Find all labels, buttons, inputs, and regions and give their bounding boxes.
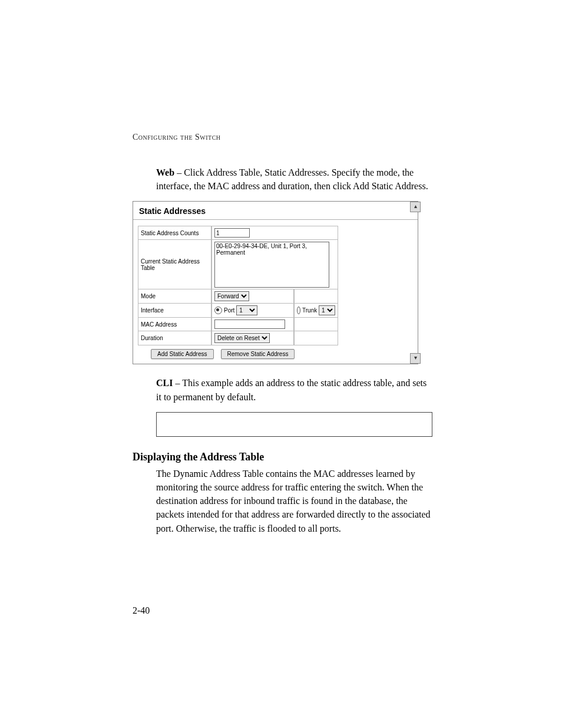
duration-cell: Delete on Reset bbox=[211, 331, 294, 345]
scroll-up-icon[interactable]: ▴ bbox=[410, 202, 421, 212]
mode-cell: Forward bbox=[211, 289, 294, 304]
duration-label: Duration bbox=[138, 331, 211, 345]
mac-label: MAC Address bbox=[138, 318, 211, 331]
mac-empty bbox=[294, 318, 338, 331]
page: Configuring the Switch Web – Click Addre… bbox=[0, 0, 562, 728]
port-cell: Port 1 bbox=[211, 304, 294, 318]
counts-input[interactable] bbox=[214, 228, 250, 238]
duration-empty bbox=[294, 331, 338, 345]
trunk-cell: Trunk 1 bbox=[294, 304, 338, 318]
trunk-select[interactable]: 1 bbox=[319, 305, 335, 315]
address-table-listbox[interactable]: 00-E0-29-94-34-DE, Unit 1, Port 3, Perma… bbox=[214, 242, 329, 288]
interface-label: Interface bbox=[138, 304, 211, 318]
port-radio-label: Port bbox=[224, 307, 234, 314]
mac-cell bbox=[211, 318, 294, 331]
cli-instruction: CLI – This example adds an address to th… bbox=[133, 376, 432, 403]
button-row: Add Static Address Remove Static Address bbox=[133, 349, 418, 364]
mode-label: Mode bbox=[138, 289, 211, 304]
port-select[interactable]: 1 bbox=[236, 305, 257, 315]
panel-title: Static Addresses bbox=[133, 202, 418, 219]
section-heading: Displaying the Address Table bbox=[133, 451, 432, 463]
add-static-address-button[interactable]: Add Static Address bbox=[151, 349, 214, 359]
mode-select[interactable]: Forward bbox=[214, 291, 249, 301]
form-grid: Static Address Counts Current Static Add… bbox=[133, 226, 418, 349]
duration-select[interactable]: Delete on Reset bbox=[214, 333, 270, 343]
counts-cell bbox=[211, 226, 338, 240]
web-instruction: Web – Click Address Table, Static Addres… bbox=[133, 166, 432, 193]
cli-text: – This example adds an address to the st… bbox=[156, 378, 427, 401]
cli-label: CLI bbox=[156, 378, 173, 388]
panel-scrollbar: ▴ ▾ bbox=[410, 202, 421, 364]
remove-static-address-button[interactable]: Remove Static Address bbox=[221, 349, 295, 359]
counts-label: Static Address Counts bbox=[138, 226, 211, 240]
section-body: The Dynamic Address Table contains the M… bbox=[133, 467, 432, 535]
mode-empty bbox=[294, 289, 338, 304]
trunk-radio[interactable] bbox=[297, 307, 300, 314]
web-text: – Click Address Table, Static Addresses.… bbox=[156, 167, 428, 191]
address-table-entry[interactable]: 00-E0-29-94-34-DE, Unit 1, Port 3, Perma… bbox=[216, 243, 328, 256]
trunk-radio-label: Trunk bbox=[302, 307, 317, 314]
panel-divider bbox=[133, 219, 418, 220]
web-label: Web bbox=[156, 167, 174, 177]
mac-input[interactable] bbox=[214, 319, 285, 329]
table-label: Current Static Address Table bbox=[138, 240, 211, 289]
scroll-down-icon[interactable]: ▾ bbox=[410, 353, 421, 364]
port-radio[interactable] bbox=[214, 307, 222, 314]
running-head: Configuring the Switch bbox=[133, 133, 432, 142]
static-addresses-panel: ▴ ▾ Static Addresses Static Address Coun… bbox=[133, 201, 418, 364]
table-cell: 00-E0-29-94-34-DE, Unit 1, Port 3, Perma… bbox=[211, 240, 338, 289]
cli-code-box bbox=[156, 412, 432, 437]
page-number: 2-40 bbox=[133, 605, 150, 616]
